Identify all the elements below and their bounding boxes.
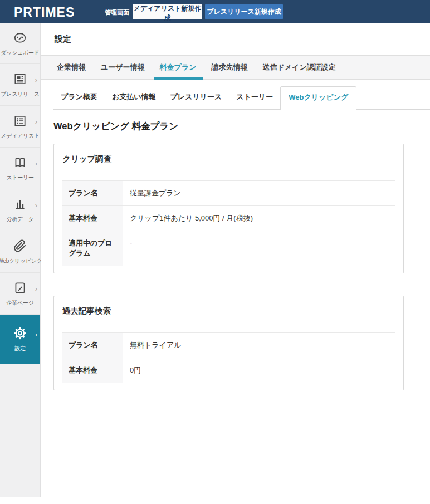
admin-menu-label: 管理画面 xyxy=(105,8,129,17)
sidebar: ダッシュボード プレスリリース › xyxy=(0,23,41,497)
subtab-payment-info[interactable]: お支払い情報 xyxy=(105,92,163,109)
new-media-list-button[interactable]: メディアリスト新規作成 xyxy=(133,4,202,19)
sidebar-item-label: 企業ページ xyxy=(7,299,34,307)
main-content: 設定 企業情報 ユーザー情報 料金プラン 請求先情報 送信ドメイン認証設定 プラ… xyxy=(41,23,430,504)
row-label: 基本料金 xyxy=(62,206,123,231)
chevron-right-icon: › xyxy=(35,285,37,293)
row-label: 適用中のプログラム xyxy=(62,231,123,266)
paperclip-icon xyxy=(13,239,27,253)
page-edit-icon xyxy=(13,281,27,295)
plan-subtab-bar: プラン概要 お支払い情報 プレスリリース ストーリー Webクリッピング xyxy=(53,87,430,110)
chevron-right-icon: › xyxy=(35,201,37,209)
table-row: 基本料金 クリップ1件あたり 5,000円 / 月(税抜) xyxy=(62,206,395,231)
sidebar-item-media-list[interactable]: メディアリスト › xyxy=(0,106,40,148)
row-value: - xyxy=(123,231,139,266)
sidebar-item-label: ダッシュボード xyxy=(1,49,39,57)
sidebar-item-label: Webクリッピング xyxy=(0,257,42,265)
chevron-right-icon: › xyxy=(35,159,37,168)
sidebar-item-dashboard[interactable]: ダッシュボード xyxy=(0,23,40,64)
plan-table: プラン名 無料トライアル 基本料金 0円 xyxy=(62,332,395,383)
tab-company-info[interactable]: 企業情報 xyxy=(51,56,92,79)
table-row: プラン名 無料トライアル xyxy=(62,333,395,358)
chevron-right-icon: › xyxy=(35,118,37,126)
tab-sending-domain-auth[interactable]: 送信ドメイン認証設定 xyxy=(257,56,342,79)
sidebar-item-company-page[interactable]: 企業ページ › xyxy=(0,273,40,315)
sidebar-item-web-clipping[interactable]: Webクリッピング xyxy=(0,231,40,273)
list-icon xyxy=(13,114,27,128)
sidebar-item-analytics[interactable]: 分析データ › xyxy=(0,189,40,231)
sidebar-item-label: メディアリスト xyxy=(1,132,40,140)
row-label: プラン名 xyxy=(62,181,123,205)
row-value: 無料トライアル xyxy=(123,333,188,358)
sidebar-item-label: 分析データ xyxy=(7,216,34,223)
row-value: 0円 xyxy=(123,358,148,383)
subtab-story[interactable]: ストーリー xyxy=(229,92,280,109)
card-clip-research: クリップ調査 プラン名 従量課金プラン 基本料金 クリップ1件あたり 5,000… xyxy=(53,144,404,273)
subtab-plan-overview[interactable]: プラン概要 xyxy=(53,92,105,109)
newspaper-icon xyxy=(13,72,27,86)
sidebar-item-label: ストーリー xyxy=(6,174,33,182)
new-press-release-button[interactable]: プレスリリース新規作成 xyxy=(205,4,283,19)
page-title: 設定 xyxy=(55,34,71,45)
card-title: クリップ調査 xyxy=(62,154,395,164)
table-row: 基本料金 0円 xyxy=(62,358,395,383)
sidebar-item-label: 設定 xyxy=(14,345,25,353)
tab-invoice-info[interactable]: 請求先情報 xyxy=(206,56,254,79)
sidebar-item-label: プレスリリース xyxy=(1,90,39,98)
card-title: 過去記事検索 xyxy=(62,306,395,316)
bar-chart-icon xyxy=(13,197,27,212)
chevron-right-icon: › xyxy=(35,76,37,84)
subtab-web-clipping[interactable]: Webクリッピング xyxy=(280,86,356,110)
card-past-article-search: 過去記事検索 プラン名 無料トライアル 基本料金 0円 xyxy=(53,296,404,390)
table-row: プラン名 従量課金プラン xyxy=(62,181,395,206)
prtimes-logo: PRTIMES xyxy=(14,5,75,20)
plan-table: プラン名 従量課金プラン 基本料金 クリップ1件あたり 5,000円 / 月(税… xyxy=(62,180,395,266)
table-row: 適用中のプログラム - xyxy=(62,231,395,266)
row-value: 従量課金プラン xyxy=(123,181,188,205)
book-icon xyxy=(13,155,27,170)
section-heading: Webクリッピング 料金プラン xyxy=(53,120,430,133)
topbar: PRTIMES 管理画面 メディアリスト新規作成 プレスリリース新規作成 xyxy=(0,0,430,23)
gear-icon xyxy=(13,326,27,341)
row-label: プラン名 xyxy=(62,333,123,358)
dashboard-gauge-icon xyxy=(13,31,27,45)
tab-billing-plan[interactable]: 料金プラン xyxy=(154,56,203,79)
sidebar-item-settings[interactable]: 設定 › xyxy=(0,315,40,364)
row-value: クリップ1件あたり 5,000円 / 月(税抜) xyxy=(123,206,260,231)
chevron-right-icon: › xyxy=(35,330,37,339)
tab-user-info[interactable]: ユーザー情報 xyxy=(95,56,151,79)
sidebar-item-press-release[interactable]: プレスリリース › xyxy=(0,64,40,106)
subtab-press-release[interactable]: プレスリリース xyxy=(163,92,229,109)
sidebar-item-story[interactable]: ストーリー › xyxy=(0,148,40,189)
settings-tabbar: 企業情報 ユーザー情報 料金プラン 請求先情報 送信ドメイン認証設定 xyxy=(41,55,430,80)
row-label: 基本料金 xyxy=(62,358,123,383)
